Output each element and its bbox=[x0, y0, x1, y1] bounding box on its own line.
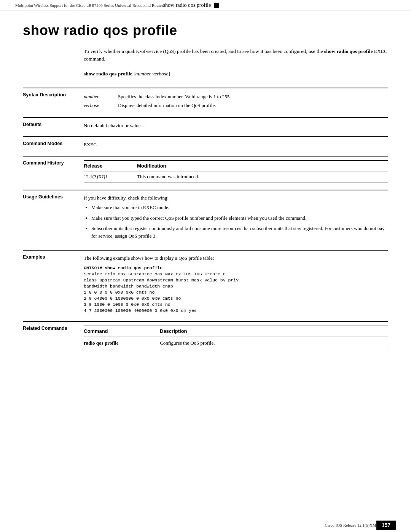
syntax-row-verbose: verbose Displays detailed information on… bbox=[84, 101, 388, 110]
history-inner-table: Release Modification 12.1(3)XQ1 This com… bbox=[84, 160, 388, 182]
usage-item-3: Subscriber units that register continuou… bbox=[91, 225, 388, 240]
related-command-desc: Configures the QoS profile. bbox=[160, 337, 388, 349]
code-line-6: 3 0 1000 0 1000 0 0x0 0x0 cmts no bbox=[84, 302, 170, 307]
related-inner-table: Command Description radio qos profile Co… bbox=[84, 326, 388, 349]
command-modes-row: Command Modes EXEC bbox=[23, 137, 388, 152]
related-command-name: radio qos profile bbox=[84, 337, 160, 349]
intro-text-before: To verify whether a quality-of-service (… bbox=[84, 48, 324, 54]
top-bar-right: show radio qos profile bbox=[163, 2, 220, 8]
history-release: 12.1(3)XQ1 bbox=[84, 171, 137, 182]
footer-text: Cisco IOS Release 12.1(5)XM bbox=[325, 523, 376, 527]
top-bar-right-text: show radio qos profile bbox=[163, 2, 211, 8]
code-line-4: 1 0 0 0 0 0 0x0 0x0 cmts no bbox=[84, 290, 155, 295]
syntax-desc-label: Syntax Description bbox=[23, 88, 80, 114]
examples-label: Examples bbox=[23, 250, 80, 318]
history-modification: This command was introduced. bbox=[137, 171, 388, 182]
syntax-desc-row: Syntax Description number Specifies the … bbox=[23, 88, 388, 114]
code-line-1: Service Prio Max Guarantee Max Max tx TO… bbox=[84, 272, 226, 276]
history-header-row: Release Modification bbox=[84, 160, 388, 171]
related-commands-label: Related Commands bbox=[23, 321, 80, 353]
syntax-desc-number: Specifies the class index number. Valid … bbox=[118, 92, 388, 101]
syntax-term-verbose: verbose bbox=[84, 101, 118, 110]
related-commands-content: Command Description radio qos profile Co… bbox=[80, 321, 388, 353]
command-syntax-line: show radio qos profile [number verbose] bbox=[84, 71, 388, 77]
history-col-release: Release bbox=[84, 160, 137, 171]
defaults-row: Defaults No default behavior or values. bbox=[23, 118, 388, 133]
code-prompt: CMTS01# show radio qos profile bbox=[84, 265, 162, 270]
related-data-row: radio qos profile Configures the QoS pro… bbox=[84, 337, 388, 349]
main-content: show radio qos profile To verify whether… bbox=[0, 11, 411, 376]
examples-content: The following example shows how to displ… bbox=[80, 250, 388, 318]
command-modes-content: EXEC bbox=[80, 137, 388, 152]
defaults-label: Defaults bbox=[23, 118, 80, 133]
examples-row: Examples The following example shows how… bbox=[23, 250, 388, 318]
page-number: 157 bbox=[376, 521, 396, 530]
usage-intro: If you have difficulty, check the follow… bbox=[84, 194, 388, 202]
command-history-content: Release Modification 12.1(3)XQ1 This com… bbox=[80, 156, 388, 186]
related-commands-row: Related Commands Command Description rad… bbox=[23, 321, 388, 353]
top-bar-black-box bbox=[214, 3, 219, 8]
code-line-5: 2 0 64000 0 1000000 0 0x0 0x0 cmts no bbox=[84, 296, 181, 301]
usage-guidelines-label: Usage Guidelines bbox=[23, 190, 80, 247]
code-line-7: 4 7 2000000 100000 4000000 0 0x0 0x0 cm … bbox=[84, 308, 197, 313]
usage-item-2: Make sure that you typed the correct QoS… bbox=[91, 214, 388, 222]
history-data-row: 12.1(3)XQ1 This command was introduced. bbox=[84, 171, 388, 182]
usage-guidelines-content: If you have difficulty, check the follow… bbox=[80, 190, 388, 247]
intro-paragraph: To verify whether a quality-of-service (… bbox=[84, 48, 388, 63]
bottom-bar: Cisco IOS Release 12.1(5)XM 157 bbox=[0, 518, 411, 532]
syntax-desc-verbose: Displays detailed information on the QoS… bbox=[118, 101, 388, 110]
syntax-inner-table: number Specifies the class index number.… bbox=[84, 92, 388, 110]
intro-bold: show radio qos profile bbox=[324, 48, 373, 54]
usage-guidelines-row: Usage Guidelines If you have difficulty,… bbox=[23, 190, 388, 247]
syntax-desc-content: number Specifies the class index number.… bbox=[80, 88, 388, 114]
examples-code: CMTS01# show radio qos profile Service P… bbox=[84, 265, 388, 314]
examples-intro-text: The following example shows how to displ… bbox=[84, 254, 388, 262]
sections-table: Syntax Description number Specifies the … bbox=[23, 88, 388, 353]
page-number-container: 157 bbox=[376, 521, 396, 530]
command-history-label: Command History bbox=[23, 156, 80, 186]
command-modes-label: Command Modes bbox=[23, 137, 80, 152]
code-line-2: class upstream upstream downstream burst… bbox=[84, 278, 239, 283]
syntax-command: show radio qos profile bbox=[84, 71, 132, 77]
history-col-modification: Modification bbox=[137, 160, 388, 171]
related-col-desc: Description bbox=[160, 326, 388, 337]
defaults-content: No default behavior or values. bbox=[80, 118, 388, 133]
usage-item-1: Make sure that you are in EXEC mode. bbox=[91, 204, 388, 211]
top-bar-left-text: Multipoint Wireless Support for the Cisc… bbox=[15, 3, 163, 8]
command-history-row: Command History Release Modification 12.… bbox=[23, 156, 388, 186]
usage-list: Make sure that you are in EXEC mode. Mak… bbox=[91, 204, 388, 240]
code-line-3: bandwidth bandwidth bandwidth enab bbox=[84, 284, 173, 289]
top-bar: Multipoint Wireless Support for the Cisc… bbox=[0, 0, 411, 11]
related-header-row: Command Description bbox=[84, 326, 388, 337]
page-title: show radio qos profile bbox=[23, 22, 388, 38]
syntax-term-number: number bbox=[84, 92, 118, 101]
syntax-row-number: number Specifies the class index number.… bbox=[84, 92, 388, 101]
syntax-params-inner: number verbose bbox=[135, 71, 169, 77]
related-col-command: Command bbox=[84, 326, 160, 337]
